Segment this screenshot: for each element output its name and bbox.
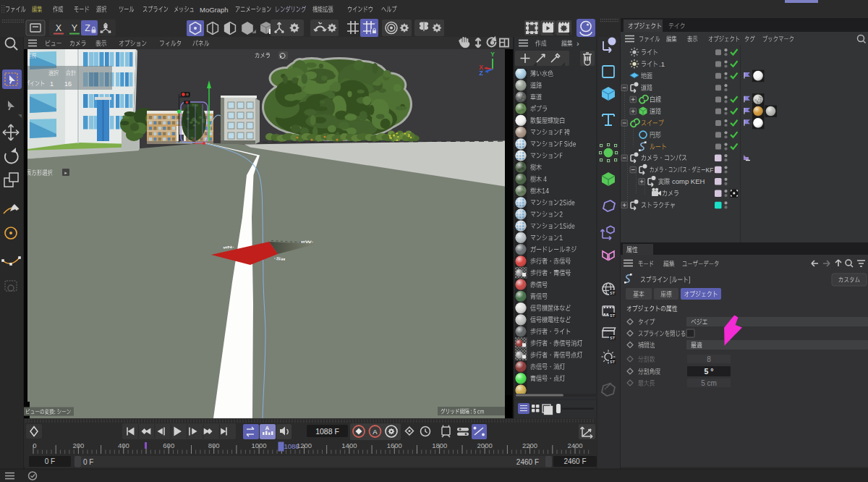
svg-text:иW·: иW·: [301, 240, 315, 244]
svg-text:1800: 1800: [432, 441, 447, 449]
svg-text:8: 8: [707, 355, 711, 363]
svg-text:▸: ▸: [64, 170, 67, 175]
svg-text:0: 0: [33, 441, 36, 449]
svg-text:1600: 1600: [387, 441, 402, 449]
svg-text:Y: Y: [72, 23, 78, 33]
svg-text:comp KEH: comp KEH: [672, 177, 705, 185]
svg-text:.1: .1: [659, 60, 665, 68]
svg-text:1: 1: [50, 80, 54, 88]
svg-text:Y: Y: [490, 51, 495, 58]
svg-text:ST: ST: [610, 291, 616, 295]
svg-text:KF: KF: [706, 166, 714, 174]
svg-text:›: ›: [576, 39, 579, 48]
svg-text:·Sи: ·Sи: [273, 256, 286, 261]
svg-text:1000: 1000: [252, 441, 267, 449]
svg-text:200: 200: [72, 441, 84, 449]
svg-text:A: A: [265, 425, 270, 431]
svg-text:1088: 1088: [284, 442, 299, 450]
svg-text:MoGraph: MoGraph: [200, 6, 229, 14]
svg-text:1088 F: 1088 F: [315, 427, 339, 436]
svg-text:600: 600: [163, 441, 174, 449]
svg-text:800: 800: [208, 441, 220, 449]
svg-text:0 F: 0 F: [83, 458, 93, 466]
svg-text:2400: 2400: [567, 441, 582, 449]
svg-text:X: X: [56, 23, 62, 33]
svg-text:2000: 2000: [477, 441, 493, 449]
svg-text:иN·: иN·: [223, 245, 235, 250]
svg-text:ST: ST: [610, 360, 616, 364]
svg-text:ST: ST: [610, 313, 616, 318]
svg-text:2200: 2200: [522, 441, 537, 449]
svg-text:Z: Z: [85, 23, 90, 33]
svg-text:5 cm: 5 cm: [701, 379, 717, 387]
svg-text:2460 F: 2460 F: [563, 457, 586, 465]
svg-text:400: 400: [118, 441, 129, 449]
svg-text:16: 16: [64, 80, 72, 88]
svg-text:ST: ST: [610, 336, 616, 340]
svg-text:0 F: 0 F: [45, 457, 55, 465]
svg-text:A: A: [373, 428, 378, 436]
svg-text:Z: Z: [479, 69, 482, 77]
svg-text:5 °: 5 °: [705, 367, 714, 376]
svg-text:1400: 1400: [341, 441, 357, 449]
svg-text:2460 F: 2460 F: [516, 458, 539, 466]
